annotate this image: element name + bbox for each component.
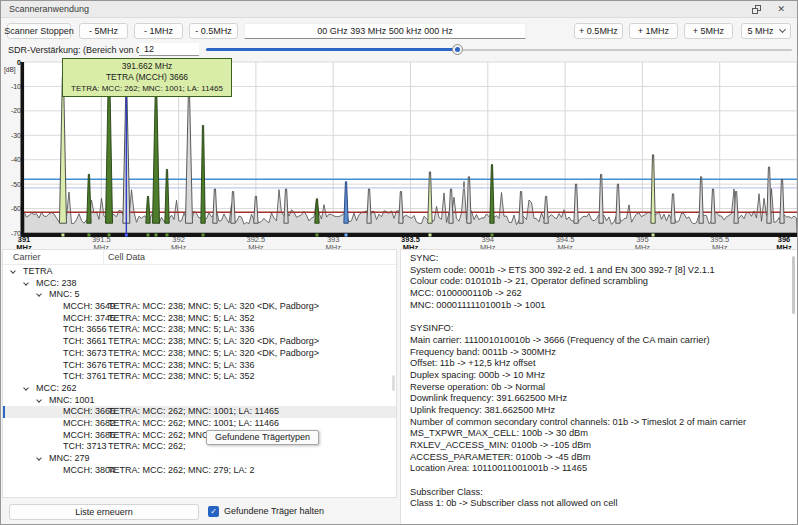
tree-header: Carrier Cell Data xyxy=(3,250,396,265)
carrier-tick-found_dark xyxy=(315,234,318,237)
tree-carrier-label: TCH: 3761 xyxy=(63,371,107,383)
details-line: Subscriber Class: xyxy=(401,487,797,499)
center-frequency-field[interactable]: 00 GHz 393 MHz 500 kHz 000 Hz xyxy=(244,23,526,39)
freq-minus-button-1[interactable]: - 1MHz xyxy=(134,23,183,39)
details-line xyxy=(401,475,797,487)
column-divider[interactable] xyxy=(103,251,104,264)
hold-carriers-label: Gefundene Träger halten xyxy=(224,506,324,516)
carrier-tick-found_light xyxy=(428,234,431,237)
tree-carrier-label: MNC: 5 xyxy=(49,289,80,301)
tree-cell-data: TETRA: MCC: 238; MNC: 5; LA: 336 xyxy=(108,324,255,336)
title-bar: Scanneranwendung ✕ xyxy=(1,1,797,18)
details-scrollbar[interactable] xyxy=(792,256,795,314)
tree-row[interactable]: MCCH: 3649TETRA: MCC: 238; MNC: 5; LA: 3… xyxy=(3,301,396,313)
tree-row[interactable]: TCH: 3676TETRA: MCC: 238; MNC: 5; LA: 33… xyxy=(3,360,396,372)
close-window-icon[interactable]: ✕ xyxy=(777,5,785,14)
chevron-down-icon[interactable] xyxy=(23,280,29,286)
tree-scrollbar[interactable] xyxy=(392,375,395,391)
tree-row[interactable]: MNC: 5 xyxy=(3,289,396,301)
chevron-down-icon[interactable] xyxy=(23,385,29,391)
tree-carrier-label: MNC: 1001 xyxy=(49,395,95,407)
cell-details-text: SYNC:System code: 0001b -> ETS 300 392-2… xyxy=(401,250,797,510)
carrier-tick-blue_fill xyxy=(345,234,348,237)
window-title: Scanneranwendung xyxy=(1,4,752,14)
freq-minus-button-2[interactable]: - 0.5MHz xyxy=(189,23,238,39)
tree-row[interactable]: MCCH: 3745TETRA: MCC: 238; MNC: 5; LA: 3… xyxy=(3,313,396,325)
tree-row[interactable]: MNC: 1001 xyxy=(3,395,396,407)
gain-input[interactable] xyxy=(139,43,199,56)
tree-row[interactable]: TCH: 3661TETRA: MCC: 238; MNC: 5; LA: 32… xyxy=(3,336,396,348)
y-tick-label: -20 xyxy=(11,107,21,114)
tree-carrier-label: TCH: 3676 xyxy=(63,360,107,372)
details-line: Frequency band: 0011b -> 300MHz xyxy=(401,347,797,359)
tree-column-tooltip: Gefundene Trägertypen xyxy=(206,430,319,445)
slider-handle[interactable] xyxy=(452,44,463,55)
tree-row[interactable]: TETRA xyxy=(3,266,396,278)
details-line: Duplex spacing: 000b -> 10 MHz xyxy=(401,370,797,382)
chevron-down-icon[interactable] xyxy=(36,455,42,461)
tree-row-selected[interactable]: MCCH: 3666TETRA: MCC: 262; MNC: 1001; LA… xyxy=(3,406,396,418)
hold-carriers-checkbox[interactable]: ✓ xyxy=(208,506,219,517)
tree-carrier-label: MNC: 279 xyxy=(49,453,90,465)
tree-row[interactable]: MCC: 238 xyxy=(3,278,396,290)
step-size-dropdown[interactable]: 5 MHz xyxy=(741,23,791,39)
details-line: SYSINFO: xyxy=(401,323,797,335)
tree-row[interactable]: TCH: 3656TETRA: MCC: 238; MNC: 5; LA: 33… xyxy=(3,324,396,336)
carrier-tick-found_dark xyxy=(166,234,169,237)
refresh-list-button[interactable]: Liste erneuern xyxy=(9,504,199,520)
frequency-toolbar: Scanner Stoppen - 5MHz- 1MHz- 0.5MHz 00 … xyxy=(1,22,797,39)
tree-row[interactable]: TCH: 3761TETRA: MCC: 238; MNC: 5; LA: 35… xyxy=(3,371,396,383)
tree-row[interactable]: MCC: 262 xyxy=(3,383,396,395)
details-line: SYNC: xyxy=(401,253,797,265)
details-line: Uplink frequency: 381.662500 MHz xyxy=(401,405,797,417)
column-header-carrier[interactable]: Carrier xyxy=(13,252,41,262)
carrier-tick-found_dark xyxy=(202,234,205,237)
y-tick-label: -50 xyxy=(11,181,21,188)
freq-plus-button-0[interactable]: + 0.5MHz xyxy=(574,23,623,39)
y-tick-label: -10 xyxy=(11,83,21,90)
carrier-tree-panel: Carrier Cell Data TETRAMCC: 238MNC: 5MCC… xyxy=(2,249,397,498)
tree-row[interactable]: MCCH: 3682TETRA: MCC: 262; MNC: 1001; LA… xyxy=(3,418,396,430)
slider-fill xyxy=(206,48,457,51)
details-line: Colour code: 010101b -> 21, Operator def… xyxy=(401,276,797,288)
tree-row[interactable]: MCCH: 3804TETRA: MCC: 262; MNC: 279; LA:… xyxy=(3,465,396,477)
chevron-down-icon xyxy=(778,25,785,32)
chevron-down-icon[interactable] xyxy=(36,397,42,403)
freq-minus-button-0[interactable]: - 5MHz xyxy=(79,23,128,39)
chevron-down-icon[interactable] xyxy=(10,268,16,274)
tree-row[interactable]: MNC: 279 xyxy=(3,453,396,465)
column-header-cell-data[interactable]: Cell Data xyxy=(108,252,145,262)
carrier-tooltip: 391.662 MHz TETRA (MCCH) 3666 TETRA: MCC… xyxy=(62,58,232,97)
carrier-tree: TETRAMCC: 238MNC: 5MCCH: 3649TETRA: MCC:… xyxy=(3,266,396,497)
carrier-tick-found_dark xyxy=(146,234,149,237)
details-line: MS_TXPWR_MAX_CELL: 100b -> 30 dBm xyxy=(401,428,797,440)
gain-toolbar: SDR-Verstärkung: (Bereich von 0 bis 28) xyxy=(1,42,797,57)
freq-plus-button-2[interactable]: + 5MHz xyxy=(684,23,733,39)
tree-carrier-label: TCH: 3661 xyxy=(63,336,107,348)
y-tick-label: 0 xyxy=(17,59,21,66)
details-line: Reverse operation: 0b -> Normal xyxy=(401,382,797,394)
gain-slider[interactable] xyxy=(206,42,792,57)
details-line: Main carrier: 111001010010b -> 3666 (Fre… xyxy=(401,335,797,347)
restore-window-icon[interactable] xyxy=(752,5,761,14)
selection-indicator xyxy=(3,406,5,418)
tree-carrier-label: MCC: 262 xyxy=(36,383,77,395)
chevron-down-icon[interactable] xyxy=(36,292,42,298)
tree-row[interactable]: MCCH: 3686TETRA: MCC: 262; MNC: 1001; LA… xyxy=(3,430,396,442)
y-tick-label: -60 xyxy=(11,205,21,212)
tree-row[interactable]: TCH: 3713TETRA: MCC: 262; xyxy=(3,441,396,453)
tree-cell-data: TETRA: MCC: 262; MNC: 1001; LA: 11466 xyxy=(108,418,279,430)
tooltip-frequency: 391.662 MHz xyxy=(64,61,230,72)
tree-row[interactable]: TCH: 3673TETRA: MCC: 238; MNC: 5; LA: 32… xyxy=(3,348,396,360)
tooltip-carrier-type: TETRA (MCCH) 3666 xyxy=(64,72,230,83)
tree-carrier-label: TETRA xyxy=(23,266,53,278)
tree-cell-data: TETRA: MCC: 238; MNC: 5; LA: 320 <DK, Pa… xyxy=(108,348,319,360)
carrier-tick-found_dark xyxy=(155,234,158,237)
scanner-app-window: Scanneranwendung ✕ Scanner Stoppen - 5MH… xyxy=(0,0,798,525)
freq-plus-button-1[interactable]: + 1MHz xyxy=(629,23,678,39)
tooltip-cell-data: TETRA: MCC: 262; MNC: 1001; LA: 11465 xyxy=(64,83,230,94)
tree-carrier-label: TCH: 3673 xyxy=(63,348,107,360)
tree-cell-data: TETRA: MCC: 262; MNC: 279; LA: 2 xyxy=(108,465,255,477)
scanner-stop-button[interactable]: Scanner Stoppen xyxy=(7,23,71,39)
tree-cell-data: TETRA: MCC: 238; MNC: 5; LA: 320 <DK, Pa… xyxy=(108,336,319,348)
